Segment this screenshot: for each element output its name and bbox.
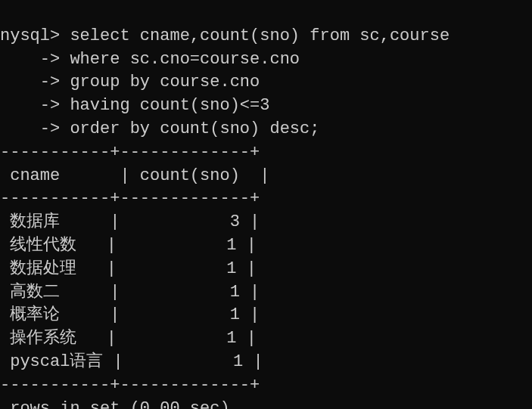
table-row: 概率论 | 1 | xyxy=(0,305,260,324)
table-row: 操作系统 | 1 | xyxy=(0,329,257,348)
query-line-5: -> order by count(sno) desc; xyxy=(0,119,319,138)
table-border-mid: -----------+-------------+ xyxy=(0,189,260,208)
sql-text-2: where sc.cno=course.cno xyxy=(70,50,300,69)
query-line-4: -> having count(sno)<=3 xyxy=(0,96,269,115)
sql-text-5: order by count(sno) desc; xyxy=(70,119,319,138)
table-row: 高数二 | 1 | xyxy=(0,283,260,302)
query-line-3: -> group by course.cno xyxy=(0,73,260,91)
sql-text-4: having count(sno)<=3 xyxy=(70,96,269,115)
table-row: pyscal语言 | 1 | xyxy=(0,352,263,371)
table-row: 数据处理 | 1 | xyxy=(0,259,257,278)
mysql-terminal[interactable]: nysql> select cname,count(sno) from sc,c… xyxy=(0,0,532,409)
table-row: 线性代数 | 1 | xyxy=(0,236,257,255)
table-row: 数据库 | 3 | xyxy=(0,212,260,231)
result-footer: rows in set (0.00 sec) xyxy=(0,399,230,409)
cont-prompt: -> xyxy=(0,50,70,69)
table-border-top: -----------+-------------+ xyxy=(0,143,260,162)
sql-text-1: select cname,count(sno) from sc,course xyxy=(70,26,450,45)
sql-text-3: group by course.cno xyxy=(70,73,260,91)
table-border-bottom: -----------+-------------+ xyxy=(0,376,260,395)
query-line-2: -> where sc.cno=course.cno xyxy=(0,50,300,69)
cont-prompt: -> xyxy=(0,73,70,91)
cont-prompt: -> xyxy=(0,96,70,115)
query-line-1: nysql> select cname,count(sno) from sc,c… xyxy=(0,26,450,45)
table-header: cname | count(sno) | xyxy=(0,166,269,185)
mysql-prompt: nysql> xyxy=(0,26,70,45)
cont-prompt: -> xyxy=(0,119,70,138)
